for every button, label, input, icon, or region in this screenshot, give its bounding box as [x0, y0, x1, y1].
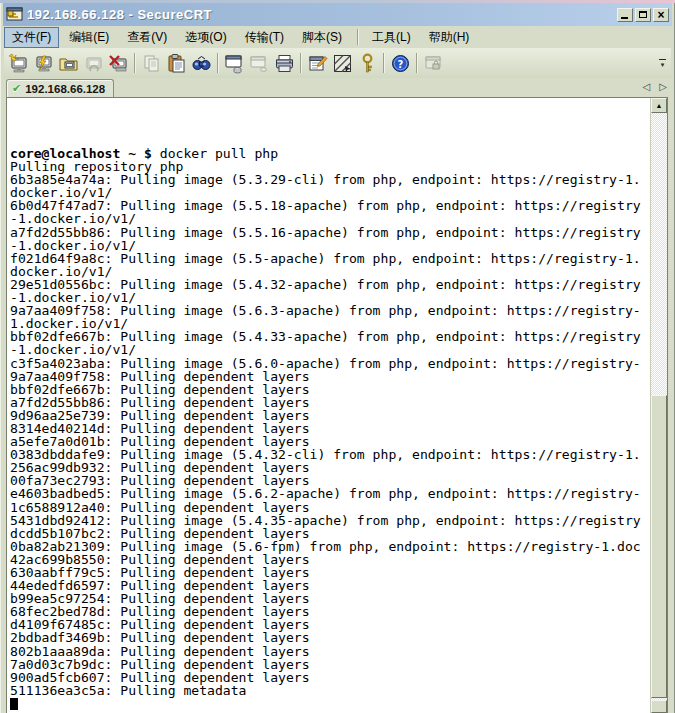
titlebar[interactable]: 192.168.66.128 - SecureCRT ×: [3, 3, 672, 26]
terminal-cursor: [10, 698, 18, 710]
capture-icon: [224, 53, 245, 74]
terminal-line: -1.docker.io/v1/: [10, 212, 650, 225]
toolbar-overflow-button[interactable]: ▾: [656, 52, 669, 73]
terminal-line: dcdd5b107bc2: Pulling dependent layers: [10, 527, 650, 540]
toolbar: ? ▾: [4, 48, 671, 78]
session-tab[interactable]: ✔ 192.168.66.128: [6, 79, 114, 97]
keymap-icon: [332, 53, 353, 74]
scrollbar-down-button[interactable]: [651, 700, 667, 713]
terminal-line: 2bdbadf3469b: Pulling dependent layers: [10, 631, 650, 644]
scrollbar-thumb[interactable]: [651, 395, 667, 698]
terminal-line: 900ad5fcb607: Pulling dependent layers: [10, 671, 650, 684]
send-icon: [249, 53, 270, 74]
tab-scroll-right-icon[interactable]: ▷: [659, 81, 667, 93]
toolbar-overflow-icon: [659, 59, 666, 60]
send-button[interactable]: [247, 51, 272, 76]
menu-transfer[interactable]: 传输(T): [237, 27, 292, 48]
menu-tools[interactable]: 工具(L): [364, 27, 419, 48]
toolbar-separator: [383, 53, 385, 73]
session-options-icon: [307, 53, 328, 74]
terminal-screen[interactable]: core@localhost ~ $ docker pull php Pulli…: [7, 98, 650, 713]
terminal-line: -1.docker.io/v1/: [10, 343, 650, 356]
terminal-line: 7a0d03c7b9dc: Pulling dependent layers: [10, 658, 650, 671]
find-button[interactable]: [189, 51, 214, 76]
terminal-line: 511136ea3c5a: Pulling metadata: [10, 684, 650, 697]
scrollbar-up-button[interactable]: ▲: [651, 98, 667, 113]
help-icon: ?: [390, 53, 411, 74]
lock-session-button[interactable]: [421, 51, 446, 76]
connect-button[interactable]: [31, 51, 56, 76]
maximize-button[interactable]: [635, 8, 651, 22]
reconnect-button[interactable]: [81, 51, 106, 76]
menu-separator: [357, 29, 359, 45]
copy-button[interactable]: [139, 51, 164, 76]
session-options-button[interactable]: [305, 51, 330, 76]
lock-session-icon: [423, 53, 444, 74]
capture-button[interactable]: [222, 51, 247, 76]
toolbar-separator: [300, 53, 302, 73]
menu-view[interactable]: 查看(V): [119, 27, 175, 48]
app-icon: [6, 7, 23, 22]
help-button[interactable]: ?: [388, 51, 413, 76]
quick-connect-icon: [8, 53, 29, 74]
quick-connect-button[interactable]: [6, 51, 31, 76]
terminal-line: 9d96aa25e739: Pulling dependent layers: [10, 409, 650, 422]
keymap-button[interactable]: [330, 51, 355, 76]
toolbar-separator: [217, 53, 219, 73]
disconnect-icon: [108, 53, 129, 74]
print-button[interactable]: [272, 51, 297, 76]
terminal-line: f021d64f9a8c: Pulling image (5.5-apache)…: [10, 252, 650, 265]
menu-edit[interactable]: 编辑(E): [61, 27, 117, 48]
terminal-line: 1c6588912a40: Pulling dependent layers: [10, 501, 650, 514]
maximize-icon: [639, 11, 647, 18]
menu-help[interactable]: 帮助(H): [421, 27, 478, 48]
menubar: 文件(F) 编辑(E) 查看(V) 选项(O) 传输(T) 脚本(S) 工具(L…: [4, 26, 671, 48]
paste-button[interactable]: [164, 51, 189, 76]
terminal-line: 0ba82ab21309: Pulling image (5.6-fpm) fr…: [10, 540, 650, 553]
connect-icon: [33, 53, 54, 74]
connect-in-tab-button[interactable]: [56, 51, 81, 76]
session-tab-label: 192.168.66.128: [25, 83, 105, 95]
copy-icon: [141, 53, 162, 74]
terminal-line: bbf02dfe667b: Pulling dependent layers: [10, 383, 650, 396]
terminal-line: -1.docker.io/v1/: [10, 239, 650, 252]
terminal-line: c3f5a4023aba: Pulling image (5.6.0-apach…: [10, 357, 650, 370]
connect-in-tab-icon: [58, 53, 79, 74]
print-icon: [274, 53, 295, 74]
key-agent-icon: [357, 53, 378, 74]
terminal-output: Pulling repository php6b3a85e4a74a: Pull…: [10, 160, 650, 697]
connected-check-icon: ✔: [12, 82, 21, 95]
disconnect-button[interactable]: [106, 51, 131, 76]
menu-options[interactable]: 选项(O): [177, 27, 234, 48]
toolbar-separator: [416, 53, 418, 73]
menu-file[interactable]: 文件(F): [4, 27, 59, 48]
reconnect-icon: [83, 53, 104, 74]
terminal-scrollbar[interactable]: ▲: [650, 98, 667, 713]
terminal-frame: core@localhost ~ $ docker pull php Pulli…: [6, 97, 668, 713]
terminal-line: docker.io/v1/: [10, 265, 650, 278]
toolbar-separator: [134, 53, 136, 73]
terminal-line: 5431dbd92412: Pulling image (5.4.35-apac…: [10, 514, 650, 527]
securecrt-window: 192.168.66.128 - SecureCRT × 文件(F) 编辑(E)…: [0, 0, 675, 713]
close-icon: ×: [657, 10, 664, 20]
menu-script[interactable]: 脚本(S): [294, 27, 350, 48]
find-icon: [191, 53, 212, 74]
terminal-cursor-line: [10, 697, 650, 710]
terminal-line: e4603badbed5: Pulling image (5.6.2-apach…: [10, 487, 650, 500]
terminal-line: a7fd2d55bb86: Pulling dependent layers: [10, 396, 650, 409]
scroll-up-icon: ▲: [656, 102, 663, 109]
close-button[interactable]: ×: [653, 8, 669, 22]
tab-scroll-left-icon[interactable]: ◁: [643, 81, 651, 93]
terminal-line: a7fd2d55bb86: Pulling image (5.5.16-apac…: [10, 226, 650, 239]
key-agent-button[interactable]: [355, 51, 380, 76]
terminal-line: 9a7aa409f758: Pulling dependent layers: [10, 370, 650, 383]
window-title: 192.168.66.128 - SecureCRT: [27, 7, 615, 22]
terminal-line: 802b1aaa89da: Pulling dependent layers: [10, 645, 650, 658]
tabbar: ✔ 192.168.66.128 ◁ ▷: [4, 78, 671, 97]
minimize-button[interactable]: [617, 8, 633, 22]
minimize-icon: [621, 17, 628, 19]
paste-icon: [166, 53, 187, 74]
window-left-edge: [0, 3, 3, 713]
svg-text:?: ?: [398, 58, 404, 69]
